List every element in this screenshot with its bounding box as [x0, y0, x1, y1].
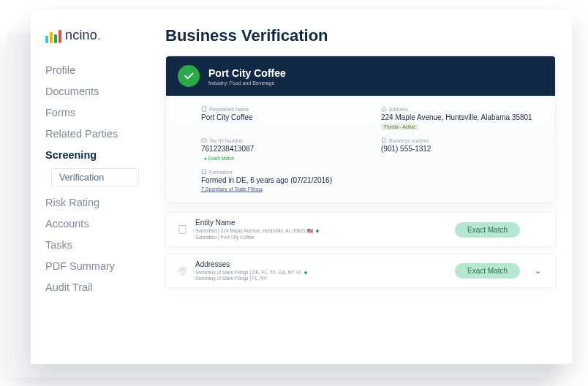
- nav-item-tasks[interactable]: Tasks: [45, 234, 151, 255]
- svg-point-5: [181, 268, 183, 270]
- result-line: Submitted | 224 Maple Avenue, Huntsville…: [195, 228, 448, 234]
- result-title: Addresses: [195, 260, 448, 268]
- svg-rect-4: [178, 226, 185, 234]
- taxid-value: 7612238413087: [201, 145, 363, 153]
- verification-card: Port City Coffee Industry: Food and Beve…: [165, 56, 556, 203]
- entity-icon: [176, 224, 188, 235]
- field-address: Address 224 Maple Avenue, Huntsville, Al…: [381, 106, 543, 130]
- nav-item-accounts[interactable]: Accounts: [45, 213, 151, 234]
- sos-filings-link[interactable]: 7 Secretary of State Filings: [201, 186, 263, 192]
- nav-item-profile[interactable]: Profile: [45, 59, 151, 80]
- svg-rect-2: [382, 138, 385, 143]
- verification-header: Port City Coffee Industry: Food and Beve…: [166, 56, 555, 96]
- taxid-match-tag: Exact Match: [201, 155, 238, 162]
- nav-item-documents[interactable]: Documents: [45, 80, 151, 102]
- main-content: Business Verification Port City Coffee I…: [151, 10, 572, 364]
- address-status-tag: Florida - Active: [381, 124, 418, 130]
- verification-body: Registered Name Port City Coffee Address…: [166, 96, 555, 203]
- business-industry: Industry: Food and Beverage: [208, 80, 286, 86]
- nav-item-related-parties[interactable]: Related Parties: [45, 123, 151, 144]
- phone-icon: [381, 137, 387, 143]
- sidebar: ncino. Profile Documents Forms Related P…: [31, 10, 151, 364]
- chevron-down-icon[interactable]: ⌄: [535, 266, 545, 276]
- page-title: Business Verification: [165, 26, 556, 45]
- match-badge: Exact Match: [455, 263, 520, 279]
- formation-value: Formed in DE, 6 years ago (07/21/2016): [201, 176, 363, 184]
- result-row-entity-name: Entity Name Submitted | 224 Maple Avenue…: [165, 212, 556, 247]
- nav-item-screening[interactable]: Screening: [45, 144, 151, 165]
- main-card: ncino. Profile Documents Forms Related P…: [31, 10, 572, 364]
- field-taxid: Tax ID Number 7612238413087 Exact Match: [201, 137, 363, 162]
- business-number-value: (901) 555-1312: [381, 145, 543, 153]
- document-icon: [201, 106, 207, 112]
- result-line: Secretary of State Filings | DE, FL, TX,…: [195, 270, 448, 275]
- nav-subitem-verification[interactable]: Verification: [51, 168, 139, 187]
- field-business-number: Business number (901) 555-1312: [381, 137, 543, 162]
- svg-rect-3: [202, 170, 206, 173]
- address-value: 224 Maple Avenue, Huntsville, Alabama 35…: [381, 113, 543, 121]
- match-badge: Exact Match: [455, 222, 520, 238]
- nav-list: Profile Documents Forms Related Parties …: [45, 59, 151, 298]
- pin-icon: [176, 266, 188, 276]
- logo-text: ncino.: [65, 28, 101, 43]
- nav-item-risk-rating[interactable]: Risk Rating: [45, 192, 151, 213]
- nav-item-audit-trail[interactable]: Audit Trail: [45, 276, 151, 298]
- logo: ncino.: [45, 28, 151, 43]
- svg-rect-0: [202, 107, 206, 112]
- home-icon: [381, 106, 387, 112]
- field-formation: Formation Formed in DE, 6 years ago (07/…: [201, 169, 363, 192]
- check-circle-icon: [178, 65, 200, 87]
- field-registered-name: Registered Name Port City Coffee: [201, 106, 363, 130]
- logo-bars-icon: [45, 30, 61, 43]
- building-icon: [201, 169, 207, 175]
- nav-item-pdf-summary[interactable]: PDF Summary: [45, 255, 151, 276]
- business-name: Port City Coffee: [208, 67, 286, 79]
- nav-item-forms[interactable]: Forms: [45, 102, 151, 123]
- id-icon: [201, 137, 207, 143]
- svg-rect-1: [202, 139, 207, 142]
- result-line: Submitted | Port City Coffee: [195, 235, 448, 240]
- registered-name-value: Port City Coffee: [201, 113, 363, 121]
- result-row-addresses: Addresses Secretary of State Filings | D…: [165, 254, 556, 288]
- result-title: Entity Name: [195, 219, 448, 227]
- result-line: Secretary of State Filings | FL, NY: [195, 276, 448, 281]
